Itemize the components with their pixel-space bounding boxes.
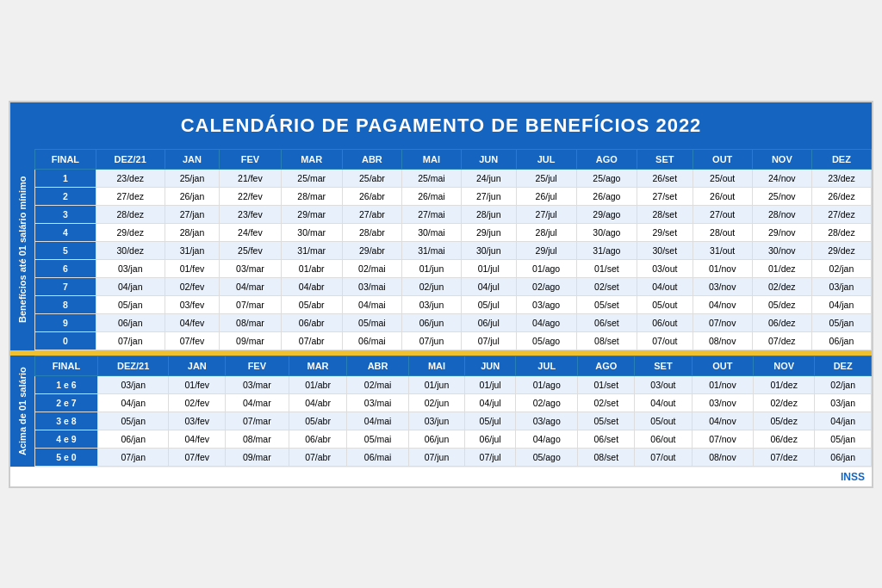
data-cell: 02/jun xyxy=(401,277,461,295)
data-cell: 02/mai xyxy=(342,259,401,277)
data-cell: 30/mar xyxy=(281,223,342,241)
final-cell: 1 e 6 xyxy=(35,375,98,393)
section1-wrapper: Benefícios até 01 salário mínimo FINALDE… xyxy=(10,149,872,350)
data-cell: 23/fev xyxy=(220,205,281,223)
section2-table: FINALDEZ/21JANFEVMARABRMAIJUNJULAGOSETOU… xyxy=(34,356,872,467)
col-header-1: DEZ/21 xyxy=(96,149,165,169)
data-cell: 06/jan xyxy=(96,313,165,331)
table-row: 530/dez31/jan25/fev31/mar29/abr31/mai30/… xyxy=(35,241,872,259)
data-cell: 24/jun xyxy=(461,169,516,187)
data-cell: 08/nov xyxy=(693,331,752,350)
data-cell: 25/abr xyxy=(342,169,401,187)
data-cell: 04/mai xyxy=(342,295,401,313)
data-cell: 01/ago xyxy=(516,259,576,277)
data-cell: 26/jan xyxy=(165,187,220,205)
data-cell: 01/nov xyxy=(693,259,752,277)
data-cell: 06/out xyxy=(637,313,693,331)
data-cell: 02/set xyxy=(576,277,637,295)
data-cell: 03/nov xyxy=(693,277,752,295)
data-cell: 07/nov xyxy=(693,313,752,331)
final-cell: 3 e 8 xyxy=(35,412,98,430)
data-cell: 28/jul xyxy=(516,223,576,241)
data-cell: 06/abr xyxy=(281,313,342,331)
col-header-6: MAI xyxy=(401,149,461,169)
inss-logo: INSS xyxy=(841,471,865,483)
table-row: 1 e 603/jan01/fev03/mar01/abr02/mai01/ju… xyxy=(35,375,872,393)
data-cell: 04/ago xyxy=(516,430,578,448)
data-cell: 01/set xyxy=(578,375,635,393)
data-cell: 05/jul xyxy=(465,412,516,430)
data-cell: 04/out xyxy=(635,393,693,412)
data-cell: 05/abr xyxy=(289,412,347,430)
data-cell: 03/jan xyxy=(97,375,169,393)
data-cell: 05/out xyxy=(635,412,693,430)
data-cell: 27/jul xyxy=(516,205,576,223)
data-cell: 06/out xyxy=(635,430,693,448)
data-cell: 07/dez xyxy=(752,331,811,350)
data-cell: 30/dez xyxy=(96,241,165,259)
data-cell: 03/out xyxy=(635,375,693,393)
data-cell: 04/ago xyxy=(516,313,576,331)
data-cell: 02/fev xyxy=(165,277,220,295)
data-cell: 04/jul xyxy=(461,277,516,295)
data-cell: 01/fev xyxy=(165,259,220,277)
data-cell: 04/abr xyxy=(289,393,347,412)
data-cell: 07/abr xyxy=(281,331,342,350)
table-row: 007/jan07/fev09/mar07/abr06/mai07/jun07/… xyxy=(35,331,872,350)
table-row: 227/dez26/jan22/fev28/mar26/abr26/mai27/… xyxy=(35,187,872,205)
data-cell: 06/set xyxy=(578,430,635,448)
data-cell: 08/nov xyxy=(692,448,753,466)
data-cell: 02/ago xyxy=(516,277,576,295)
table-row: 3 e 805/jan03/fev07/mar05/abr04/mai03/ju… xyxy=(35,412,872,430)
data-cell: 05/mai xyxy=(347,430,408,448)
data-cell: 30/nov xyxy=(752,241,811,259)
data-cell: 06/mai xyxy=(342,331,401,350)
data-cell: 02/dez xyxy=(754,393,815,412)
data-cell: 04/abr xyxy=(281,277,342,295)
col-header-5: ABR xyxy=(347,356,408,375)
data-cell: 02/jan xyxy=(815,375,872,393)
data-cell: 09/mar xyxy=(220,331,281,350)
data-cell: 05/ago xyxy=(516,331,576,350)
col-header-6: MAI xyxy=(408,356,465,375)
data-cell: 07/fev xyxy=(169,448,226,466)
col-header-12: NOV xyxy=(752,149,811,169)
data-cell: 25/jul xyxy=(516,169,576,187)
data-cell: 06/mai xyxy=(347,448,408,466)
data-cell: 28/out xyxy=(693,223,752,241)
data-cell: 04/jan xyxy=(815,412,872,430)
col-header-10: SET xyxy=(635,356,693,375)
data-cell: 01/jun xyxy=(408,375,465,393)
data-cell: 07/jan xyxy=(96,331,165,350)
table-row: 906/jan04/fev08/mar06/abr05/mai06/jun06/… xyxy=(35,313,872,331)
col-header-4: MAR xyxy=(289,356,347,375)
data-cell: 05/mai xyxy=(342,313,401,331)
data-cell: 05/dez xyxy=(754,412,815,430)
data-cell: 06/jan xyxy=(97,430,169,448)
data-cell: 01/ago xyxy=(516,375,578,393)
data-cell: 05/jul xyxy=(461,295,516,313)
table-row: 429/dez28/jan24/fev30/mar28/abr30/mai29/… xyxy=(35,223,872,241)
section1-table-area: FINALDEZ/21JANFEVMARABRMAIJUNJULAGOSETOU… xyxy=(34,149,872,350)
col-header-0: FINAL xyxy=(35,149,96,169)
data-cell: 22/fev xyxy=(220,187,281,205)
data-cell: 05/dez xyxy=(752,295,811,313)
data-cell: 06/dez xyxy=(752,313,811,331)
data-cell: 02/fev xyxy=(169,393,226,412)
data-cell: 09/mar xyxy=(226,448,289,466)
data-cell: 04/mai xyxy=(347,412,408,430)
page-title: CALENDÁRIO DE PAGAMENTO DE BENEFÍCIOS 20… xyxy=(10,102,872,149)
col-header-13: DEZ xyxy=(811,149,871,169)
final-cell: 5 xyxy=(35,241,96,259)
data-cell: 04/jan xyxy=(97,393,169,412)
data-cell: 06/dez xyxy=(754,430,815,448)
data-cell: 07/abr xyxy=(289,448,347,466)
data-cell: 26/jul xyxy=(516,187,576,205)
final-cell: 4 e 9 xyxy=(35,430,98,448)
data-cell: 03/mai xyxy=(342,277,401,295)
data-cell: 27/out xyxy=(693,205,752,223)
data-cell: 01/jun xyxy=(401,259,461,277)
data-cell: 05/abr xyxy=(281,295,342,313)
data-cell: 31/out xyxy=(693,241,752,259)
data-cell: 27/abr xyxy=(342,205,401,223)
